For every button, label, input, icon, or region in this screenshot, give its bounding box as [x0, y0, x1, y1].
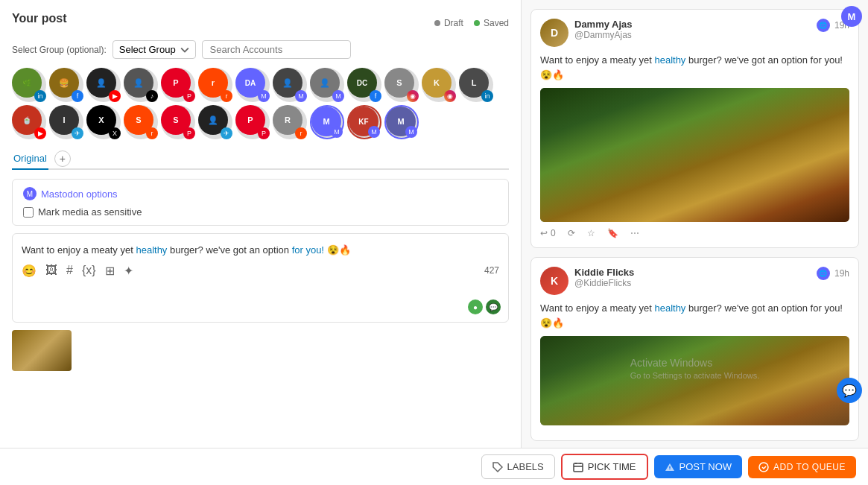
account-item[interactable]: DC f	[347, 68, 381, 102]
mastodon-badge-1: 🌐	[817, 19, 830, 32]
post-body-2: Want to enjoy a meaty yet healthy burger…	[540, 301, 849, 330]
account-item[interactable]: r r	[198, 68, 232, 102]
reply-action[interactable]: ↩0	[540, 228, 556, 238]
draft-dot	[434, 20, 440, 26]
mastodon-icon: M	[23, 187, 37, 200]
saved-dot	[474, 20, 480, 26]
labels-button[interactable]: LABELS	[481, 454, 555, 479]
post-title: Your post	[12, 12, 66, 25]
platform-badge: ▶	[34, 127, 46, 139]
mark-media-checkbox[interactable]	[23, 207, 34, 218]
select-group-dropdown[interactable]: Select Group	[113, 40, 196, 59]
warning-icon	[665, 462, 675, 472]
account-item[interactable]: KF M	[347, 105, 381, 139]
mastodon-badge-2: 🌐	[817, 267, 830, 280]
post-header-2: K Kiddie Flicks @KiddieFlicks 🌐 19h	[540, 267, 849, 295]
pick-time-button[interactable]: PICK TIME	[561, 454, 648, 480]
image-button[interactable]: 🖼	[45, 264, 57, 277]
mastodon-float-icon[interactable]: M	[841, 6, 862, 27]
account-item[interactable]: M M	[310, 105, 344, 139]
bottom-bar: LABELS PICK TIME POST NOW ADD To QUEUE	[0, 448, 868, 485]
bookmark-action[interactable]: 🔖	[607, 228, 618, 238]
mark-media-row: Mark media as sensitive	[23, 206, 498, 218]
platform-badge: M	[332, 90, 344, 102]
platform-badge: P	[258, 127, 270, 139]
tab-add-button[interactable]: +	[54, 150, 71, 167]
account-item[interactable]: R r	[273, 105, 307, 139]
select-group-label: Select Group (optional):	[12, 45, 107, 55]
account-item[interactable]: K ◉	[422, 68, 456, 102]
saved-indicator: Saved	[474, 18, 509, 28]
burger-image-1	[540, 88, 849, 222]
account-item[interactable]: P P	[235, 105, 270, 139]
platform-badge: r	[221, 90, 232, 102]
platform-badge: M	[368, 126, 380, 138]
select-group-value: Select Group	[119, 44, 176, 55]
text-highlight-foryou: for you!	[292, 244, 324, 256]
preview-post-2: K Kiddie Flicks @KiddieFlicks 🌐 19h Want…	[530, 257, 859, 441]
chat-support-button[interactable]: 💬	[837, 378, 862, 403]
post-user-handle-1: @DammyAjas	[574, 30, 817, 40]
platform-badge: P	[183, 90, 195, 102]
account-item[interactable]: 🍵 ▶	[12, 105, 46, 139]
account-item[interactable]: I ✈	[49, 105, 83, 139]
mastodon-options-box: M Mastodon options Mark media as sensiti…	[12, 179, 509, 226]
account-item[interactable]: L in	[459, 68, 493, 102]
platform-badge: in	[481, 90, 493, 102]
account-item[interactable]: 🌿 in	[12, 68, 46, 102]
account-item[interactable]: X X	[86, 105, 121, 139]
char-count: 427	[484, 265, 499, 276]
filter-row: Select Group (optional): Select Group	[12, 40, 509, 59]
like-action[interactable]: ☆	[587, 228, 595, 238]
account-item[interactable]: P P	[161, 68, 195, 102]
post-text-area[interactable]: Want to enjoy a meaty yet healthy burger…	[12, 233, 509, 323]
account-item[interactable]: 👤 M	[310, 68, 344, 102]
add-to-queue-button[interactable]: ADD To QUEUE	[748, 456, 856, 478]
account-item[interactable]: S P	[161, 105, 195, 139]
repost-action[interactable]: ⟳	[568, 228, 575, 238]
media-preview-thumb[interactable]	[12, 330, 72, 371]
account-item[interactable]: DA M	[235, 68, 270, 102]
account-item[interactable]: S ◉	[384, 68, 419, 102]
account-item[interactable]: 🍔 f	[49, 68, 83, 102]
mastodon-options-title: Mastodon options	[41, 188, 118, 200]
mark-media-label: Mark media as sensitive	[38, 206, 142, 218]
svg-rect-0	[574, 463, 583, 472]
post-user-name-1: Dammy Ajas	[574, 19, 817, 30]
platform-badge: ✈	[221, 127, 232, 139]
hashtag-button[interactable]: #	[66, 264, 73, 277]
queue-icon	[758, 462, 769, 472]
account-item[interactable]: 👤 ✈	[198, 105, 232, 139]
status-icon-2: 💬	[486, 299, 501, 314]
text-highlight-healthy: healthy	[136, 244, 167, 256]
platform-badge: r	[146, 127, 158, 139]
variable-button[interactable]: {x}	[82, 264, 96, 277]
platform-badge: X	[109, 127, 121, 139]
status-icons: ● 💬	[468, 299, 501, 314]
tab-original[interactable]: Original	[12, 148, 48, 170]
post-time-2: 19h	[834, 268, 849, 279]
post-user-info-2: Kiddie Flicks @KiddieFlicks	[574, 267, 817, 288]
draft-label: Draft	[444, 18, 463, 28]
post-user-handle-2: @KiddieFlicks	[574, 278, 817, 288]
platform-badge: ▶	[109, 90, 121, 102]
search-accounts-input[interactable]	[202, 40, 351, 59]
platform-badge: ◉	[407, 90, 419, 102]
media-thumbnail	[12, 330, 72, 371]
ai-button[interactable]: ✦	[124, 264, 133, 278]
more-action[interactable]: ⋯	[630, 228, 639, 238]
account-item[interactable]: 👤 ♪	[124, 68, 158, 102]
grid-button[interactable]: ⊞	[105, 264, 115, 278]
account-item[interactable]: M M	[384, 105, 419, 139]
platform-badge: in	[34, 90, 46, 102]
platform-badge: f	[72, 90, 83, 102]
account-item[interactable]: 👤 ▶	[86, 68, 121, 102]
labels-icon	[492, 462, 503, 472]
post-user-info-1: Dammy Ajas @DammyAjas	[574, 19, 817, 40]
post-now-button[interactable]: POST NOW	[654, 455, 743, 478]
account-item[interactable]: 👤 M	[273, 68, 307, 102]
emoji-button[interactable]: 😊	[22, 264, 37, 278]
platform-badge: ✈	[72, 127, 83, 139]
svg-point-1	[759, 463, 768, 472]
account-item[interactable]: S r	[124, 105, 158, 139]
